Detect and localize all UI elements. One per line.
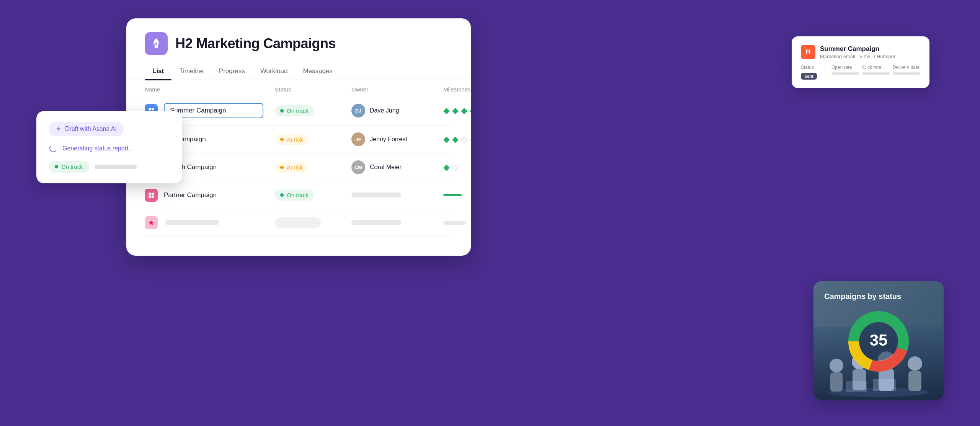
- ai-panel: ✦ Draft with Asana AI Generating status …: [36, 111, 182, 183]
- milestones-cell-4: [443, 194, 462, 196]
- card-header: H2 Marketing Campaigns: [126, 18, 471, 55]
- diamond-lf1: ◆: [443, 162, 450, 172]
- status-placeholder-5: [275, 217, 321, 228]
- hubspot-header: H Summer Campaign Marketing email · View…: [801, 45, 920, 59]
- spinner-icon: [49, 144, 58, 153]
- rocket-icon: [150, 37, 163, 50]
- milestones-cell-3: ◆ ◇: [443, 162, 459, 172]
- owner-placeholder-5: [351, 220, 401, 225]
- tab-list[interactable]: List: [145, 63, 172, 80]
- svg-rect-5: [152, 193, 154, 195]
- metric-status-label: Status: [801, 65, 828, 70]
- diamond-1: ◆: [443, 106, 450, 116]
- tab-progress[interactable]: Progress: [211, 63, 253, 80]
- metric-click-rate: Click rate: [862, 65, 890, 80]
- status-dot-teal: [280, 193, 284, 197]
- table-row: Partner Campaign On track: [145, 181, 452, 209]
- hubspot-subtitle-text: Marketing email · View in Hubspot: [820, 54, 895, 59]
- owner-cell-4: [351, 193, 443, 197]
- generating-label: Generating status report...: [62, 145, 134, 152]
- chart-title: Campaigns by status: [824, 292, 933, 301]
- status-dot-yellow-2: [280, 166, 284, 169]
- draft-btn-label: Draft with Asana AI: [65, 126, 117, 132]
- diamond-le1: ◇: [452, 162, 459, 172]
- svg-rect-4: [149, 193, 151, 195]
- metric-open-bar: [831, 72, 859, 75]
- sent-badge: Sent: [801, 73, 817, 80]
- row-icon-star: [145, 216, 158, 229]
- status-badge-on-track-4: On track: [275, 189, 314, 201]
- row-name-cell-4: Partner Campaign: [145, 189, 275, 202]
- tab-timeline[interactable]: Timeline: [172, 63, 211, 80]
- svg-point-8: [49, 144, 58, 153]
- donut-chart: 35: [844, 307, 913, 376]
- tabs-bar: List Timeline Progress Workload Messages: [126, 63, 471, 80]
- tab-workload[interactable]: Workload: [253, 63, 296, 80]
- header-name: Name: [145, 86, 275, 93]
- avatar-jenny: JF: [351, 132, 365, 146]
- milestones-cell-2: ◆ ◆ ◇ ◇: [443, 134, 471, 144]
- table-row: Launch Campaign At risk CM Coral Meier ◆…: [145, 153, 452, 181]
- status-cell-5: [275, 217, 351, 228]
- chart-content: Campaigns by status: [813, 281, 944, 376]
- owner-placeholder-4: [351, 193, 401, 197]
- ai-status-label: On track: [61, 163, 83, 170]
- metric-delivery-label: Delivery date: [893, 65, 920, 70]
- status-cell-2: At risk: [275, 134, 351, 145]
- milestones-cell-5: [443, 221, 466, 225]
- hubspot-metrics: Status Sent Open rate Click rate Deliver…: [801, 65, 920, 80]
- milestone-placeholder-5: [443, 221, 466, 225]
- diamond-3: ◆: [461, 106, 467, 116]
- metric-delivery: Delivery date: [893, 65, 920, 80]
- sparkle-icon: ✦: [56, 125, 61, 133]
- metric-delivery-bar: [893, 72, 920, 75]
- status-cell-3: At risk: [275, 162, 351, 173]
- status-badge-at-risk-1: At risk: [275, 134, 308, 145]
- hubspot-popup: H Summer Campaign Marketing email · View…: [792, 36, 929, 88]
- diamond-2: ◆: [452, 106, 459, 116]
- donut-container: 35: [824, 307, 933, 376]
- svg-rect-18: [846, 381, 867, 392]
- avatar-coral: CM: [351, 160, 365, 174]
- svg-rect-0: [149, 108, 151, 110]
- hubspot-popup-subtitle: Marketing email · View in Hubspot: [820, 54, 895, 59]
- table-header: Name Status Owner Milestones: [145, 80, 452, 96]
- row-icon-pink: [145, 189, 158, 202]
- table-row: Fall Campaign At risk JF Jenny Forrest ◆…: [145, 126, 452, 153]
- status-dot-green: [280, 109, 284, 113]
- diamond-e2: ◇: [470, 134, 471, 144]
- owner-cell-2: JF Jenny Forrest: [351, 132, 443, 146]
- avatar-dave: DJ: [351, 104, 365, 118]
- header-status: Status: [275, 86, 351, 93]
- hubspot-popup-title: Summer Campaign: [820, 45, 895, 53]
- header-owner: Owner: [351, 86, 443, 93]
- status-dot-ai: [55, 165, 58, 168]
- status-badge-at-risk-2: At risk: [275, 162, 308, 173]
- table-row: [145, 209, 452, 237]
- project-icon: [145, 32, 168, 55]
- tab-messages[interactable]: Messages: [295, 63, 340, 80]
- svg-rect-7: [152, 195, 154, 197]
- diamond-f1: ◆: [443, 134, 450, 144]
- ai-generating-row: Generating status report...: [49, 144, 170, 153]
- row-name-cell-5: [145, 216, 275, 229]
- milestone-bar-4: [443, 194, 462, 196]
- name-placeholder-5: [165, 220, 219, 225]
- draft-with-asana-ai-button[interactable]: ✦ Draft with Asana AI: [49, 122, 124, 136]
- status-badge-on-track-1: On track: [275, 105, 314, 116]
- status-dot-yellow-1: [280, 138, 284, 141]
- table-row: On track DJ Dave Jung ◆ ◆ ◆ ◆ ◇: [145, 96, 452, 126]
- owner-cell-1: DJ Dave Jung: [351, 104, 443, 118]
- donut-center-value: 35: [870, 331, 888, 349]
- diamond-4: ◆: [470, 106, 471, 116]
- hubspot-title-block: Summer Campaign Marketing email · View i…: [820, 45, 895, 59]
- status-cell-4: On track: [275, 189, 351, 201]
- owner-cell-3: CM Coral Meier: [351, 160, 443, 174]
- status-cell-1: On track: [275, 105, 351, 116]
- ai-status-row: On track: [49, 161, 170, 173]
- metric-click-bar: [862, 72, 890, 75]
- metric-status: Status Sent: [801, 65, 828, 80]
- diamond-f2: ◆: [452, 134, 459, 144]
- chart-card: Campaigns by status: [813, 281, 944, 400]
- partner-icon: [148, 192, 155, 199]
